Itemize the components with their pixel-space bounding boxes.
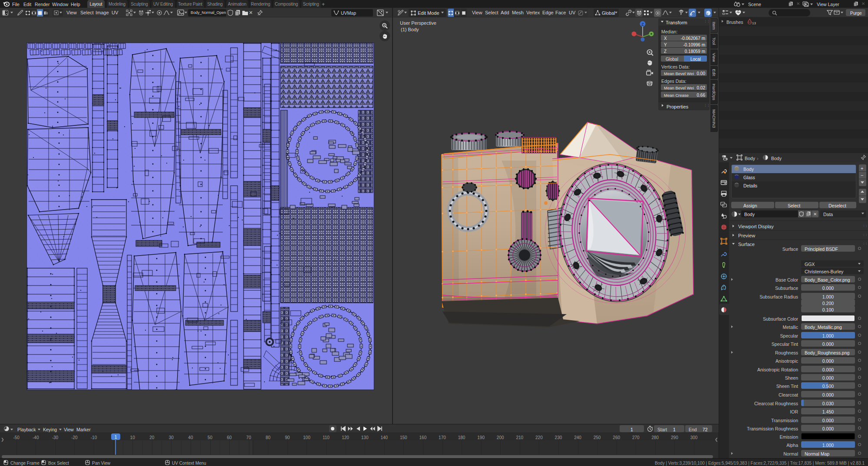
- svg-text:Z: Z: [641, 22, 644, 26]
